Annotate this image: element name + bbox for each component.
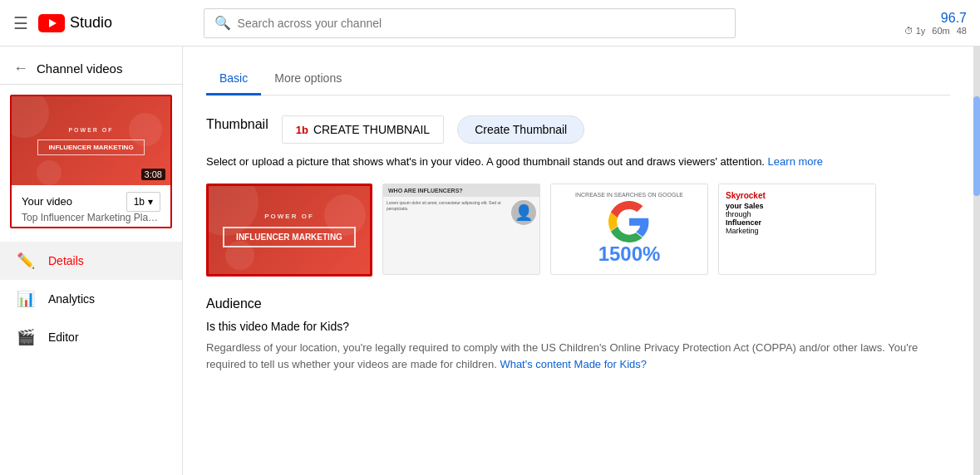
thumb1-influencer-box: INFLUENCER MARKETING <box>223 227 356 247</box>
top-nav: ☰ Studio 🔍 96.7 ⏱ 1y 60m 48 <box>0 0 980 47</box>
audience-section: Audience Is this video Made for Kids? Re… <box>206 296 950 375</box>
stats-label3: 48 <box>957 26 967 36</box>
audience-description: Regardless of your location, you're lega… <box>206 340 950 375</box>
create-thumbnail-button[interactable]: Create Thumbnail <box>457 115 584 144</box>
tabs: Basic More options <box>206 63 950 95</box>
thumb3-google: INCREASE IN SEARCHES ON GOOGLE 1500% <box>551 184 707 274</box>
video-duration: 3:08 <box>141 169 165 180</box>
what-is-made-for-kids-link[interactable]: What's content Made for Kids? <box>500 358 647 370</box>
nav-left: ☰ Studio <box>13 13 112 33</box>
thumbnail-previews: POWER OF INFLUENCER MARKETING WHO ARE IN… <box>206 184 950 277</box>
stats-label1: ⏱ 1y <box>904 26 926 36</box>
tab-more-options[interactable]: More options <box>261 63 355 95</box>
thumb2-header: WHO ARE INFLUENCERS? <box>383 184 539 197</box>
youtube-logo-icon <box>38 14 65 32</box>
thumb1-influencer-text: INFLUENCER MARKETING <box>236 233 342 242</box>
search-input[interactable] <box>238 17 725 30</box>
thumb4-line4: Influencer <box>726 218 869 227</box>
sidebar-item-details-label: Details <box>48 254 84 267</box>
content-area: Basic More options Thumbnail 1b CREATE T… <box>183 47 973 475</box>
ib-brand-icon: 1b <box>296 124 308 136</box>
sidebar-header: ← Channel videos <box>0 47 182 85</box>
google-icon <box>608 201 650 242</box>
search-bar: 🔍 <box>204 8 736 38</box>
sidebar-item-analytics[interactable]: 📊 Analytics <box>0 280 182 318</box>
analytics-icon: 📊 <box>17 290 35 308</box>
video-info: Your video 1b ▾ Top Influencer Marketing… <box>12 185 170 227</box>
sidebar: ← Channel videos POWER OF INFLUENCER MAR… <box>0 47 183 475</box>
avatar-icon: 👤 <box>515 203 533 222</box>
video-card[interactable]: POWER OF INFLUENCER MARKETING 3:08 Your … <box>10 95 172 228</box>
ib-dropdown-button[interactable]: 1b ▾ <box>126 192 160 212</box>
thumbnail-preview-3[interactable]: INCREASE IN SEARCHES ON GOOGLE 1500% <box>550 184 708 275</box>
thumb4-line3: through <box>726 210 869 218</box>
stats-main: 96.7 <box>941 11 967 26</box>
editor-icon: 🎬 <box>17 328 35 346</box>
thumbnail-preview-1-img: POWER OF INFLUENCER MARKETING <box>209 186 370 274</box>
thumbnail-preview-2[interactable]: WHO ARE INFLUENCERS? Lorem ipsum dolor s… <box>382 184 540 275</box>
thumb-influencer-text: INFLUENCER MARKETING <box>48 144 133 151</box>
tab-basic[interactable]: Basic <box>206 63 261 95</box>
back-arrow-icon[interactable]: ← <box>13 60 28 77</box>
chevron-down-icon: ▾ <box>148 196 153 208</box>
thumb2-who: WHO ARE INFLUENCERS? Lorem ipsum dolor s… <box>383 184 539 274</box>
stats-label2: 60m <box>932 26 949 36</box>
search-icon: 🔍 <box>214 15 231 31</box>
sidebar-title: Channel videos <box>37 61 122 76</box>
sidebar-item-editor-label: Editor <box>48 331 79 344</box>
sidebar-nav: ✏️ Details 📊 Analytics 🎬 Editor <box>0 238 182 356</box>
create-thumbnail-ib-button[interactable]: 1b CREATE THUMBNAIL <box>282 115 444 144</box>
thumb4-line5: Marketing <box>726 227 869 235</box>
sidebar-item-editor[interactable]: 🎬 Editor <box>0 318 182 356</box>
ib-btn-text: 1b <box>134 196 145 208</box>
sidebar-item-details[interactable]: ✏️ Details <box>0 242 182 280</box>
yt-studio-logo: Studio <box>38 14 112 32</box>
main-layout: ← Channel videos POWER OF INFLUENCER MAR… <box>0 47 980 475</box>
scrollbar-thumb[interactable] <box>973 96 980 196</box>
thumbnail-description: Select or upload a picture that shows wh… <box>206 154 950 170</box>
thumbnail-header-row: Thumbnail 1b CREATE THUMBNAIL Create Thu… <box>206 115 950 144</box>
right-scrollbar[interactable] <box>973 47 980 475</box>
thumb3-header: INCREASE IN SEARCHES ON GOOGLE <box>575 192 683 198</box>
thumb4-line2: your Sales <box>726 202 869 210</box>
hamburger-icon[interactable]: ☰ <box>13 13 28 33</box>
thumb-power-of-text: POWER OF <box>68 127 113 133</box>
thumb4-skyrocket: Skyrocket your Sales through Influencer … <box>719 184 875 274</box>
video-subtitle: Top Influencer Marketing Platform: I... <box>22 212 160 223</box>
thumb3-percent: 1500% <box>598 242 661 266</box>
video-title: Your video <box>22 195 72 208</box>
audience-question: Is this video Made for Kids? <box>206 320 950 333</box>
thumbnail-preview-1[interactable]: POWER OF INFLUENCER MARKETING <box>206 184 372 277</box>
thumb4-line1: Skyrocket <box>726 191 869 200</box>
thumb2-content: Lorem ipsum dolor sit amet, consectetur … <box>383 197 539 274</box>
sidebar-item-analytics-label: Analytics <box>48 292 95 306</box>
stats-bottom: ⏱ 1y 60m 48 <box>904 26 967 36</box>
learn-more-link[interactable]: Learn more <box>768 155 823 168</box>
stats-box: 96.7 ⏱ 1y 60m 48 <box>904 11 967 36</box>
pencil-icon: ✏️ <box>17 252 35 270</box>
thumbnail-section: Thumbnail 1b CREATE THUMBNAIL Create Thu… <box>206 115 950 277</box>
audience-title: Audience <box>206 296 950 311</box>
thumbnail-preview-4[interactable]: Skyrocket your Sales through Influencer … <box>718 184 876 275</box>
create-thumbnail-ib-label: CREATE THUMBNAIL <box>313 123 430 136</box>
thumb1-power-of: POWER OF <box>264 213 314 220</box>
thumb-influencer-box: INFLUENCER MARKETING <box>37 140 144 155</box>
thumbnail-section-label: Thumbnail <box>206 117 268 132</box>
video-thumbnail: POWER OF INFLUENCER MARKETING 3:08 <box>12 96 170 185</box>
nav-right: 96.7 ⏱ 1y 60m 48 <box>904 11 967 36</box>
studio-text: Studio <box>70 14 112 32</box>
